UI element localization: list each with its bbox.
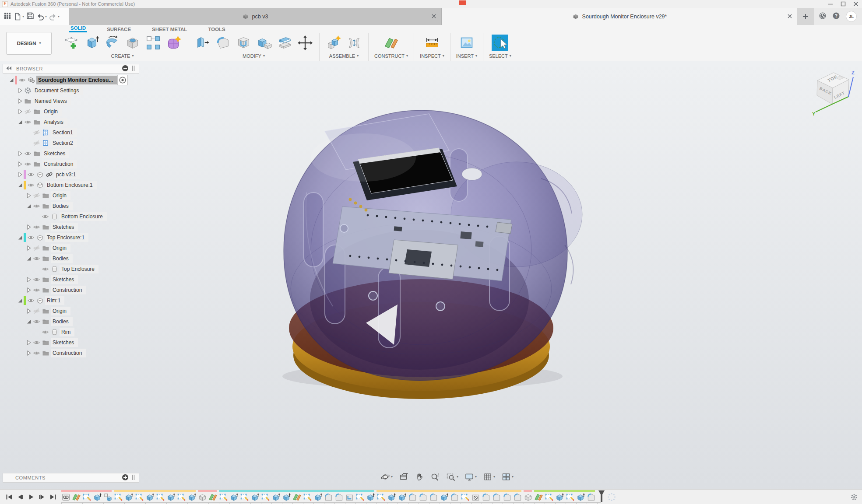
step-forward-button[interactable] — [38, 493, 46, 501]
expander-closed-icon[interactable] — [25, 349, 32, 357]
timeline-item-plane[interactable] — [534, 493, 545, 502]
browser-row-label[interactable]: Section1 — [51, 128, 77, 137]
visibility-eye-off-icon[interactable] — [32, 129, 41, 136]
timeline-item-sketch[interactable] — [461, 493, 471, 502]
go-to-start-button[interactable] — [5, 493, 13, 501]
browser-row-label[interactable]: Construction — [51, 286, 86, 294]
expander-closed-icon[interactable] — [17, 160, 24, 168]
visibility-eye-icon[interactable] — [32, 255, 41, 262]
grid-snaps-icon[interactable]: ▾ — [482, 472, 496, 482]
pan-icon[interactable] — [413, 472, 426, 482]
browser-row-label[interactable]: Origin — [51, 307, 70, 315]
joint-tool-icon[interactable] — [346, 35, 362, 51]
ribbon-group-label[interactable]: INSERT▾ — [456, 53, 477, 59]
expander-closed-icon[interactable] — [17, 87, 24, 94]
extrude-tool-icon[interactable] — [83, 35, 100, 51]
timeline-item-box[interactable] — [198, 493, 208, 502]
insert-image-tool-icon[interactable] — [458, 35, 475, 51]
visibility-eye-icon[interactable] — [41, 265, 50, 273]
press-pull-tool-icon[interactable] — [194, 35, 211, 51]
browser-row-label[interactable]: Sketches — [51, 338, 78, 347]
expander-closed-icon[interactable] — [25, 223, 32, 231]
expander-closed-icon[interactable] — [17, 108, 24, 116]
document-tab-active[interactable]: Sourdough Monitor Enclosure v29* — [442, 8, 797, 25]
measure-tool-icon[interactable] — [424, 35, 440, 51]
timeline-item-hole[interactable] — [471, 493, 482, 502]
browser-row-label[interactable]: Bodies — [51, 202, 73, 210]
browser-row-label[interactable]: Analysis — [42, 118, 67, 126]
timeline-item-fillet[interactable] — [482, 493, 492, 502]
browser-row-label[interactable]: pcb v3:1 — [54, 170, 80, 179]
browser-row[interactable]: Construction — [3, 285, 139, 295]
timeline-item-sketch[interactable] — [545, 493, 555, 502]
expander-closed-icon[interactable] — [17, 150, 24, 158]
ribbon-group-label[interactable]: SELECT▾ — [489, 53, 511, 59]
user-avatar[interactable]: JL — [846, 11, 857, 22]
visibility-eye-icon[interactable] — [27, 234, 35, 242]
look-at-icon[interactable] — [398, 472, 410, 482]
timeline-item-extrude[interactable] — [313, 493, 324, 502]
step-back-button[interactable] — [16, 493, 24, 501]
timeline-item-extrude[interactable] — [271, 493, 282, 502]
collapse-panel-icon[interactable] — [5, 64, 13, 73]
timeline-item-fillet[interactable] — [419, 493, 429, 502]
timeline-item-extrude[interactable] — [282, 493, 292, 502]
expander-open-icon[interactable] — [17, 234, 24, 242]
activate-component-radio[interactable] — [117, 75, 128, 85]
display-settings-icon[interactable]: ▾ — [463, 472, 478, 482]
display-filter-icon[interactable] — [121, 64, 129, 73]
file-menu-button[interactable]: ▾ — [14, 13, 24, 21]
timeline-item-extrude[interactable] — [166, 493, 177, 502]
browser-row[interactable]: pcb v3:1 — [3, 169, 139, 180]
browser-row[interactable]: Analysis — [3, 117, 139, 127]
visibility-eye-icon[interactable] — [24, 160, 32, 168]
browser-row[interactable]: Top Enclosure — [3, 264, 139, 274]
visibility-eye-icon[interactable] — [32, 318, 41, 326]
browser-row-label[interactable]: Rim:1 — [45, 296, 64, 305]
create-sketch-tool-icon[interactable] — [63, 35, 79, 51]
add-comment-icon[interactable] — [121, 473, 129, 482]
timeline-item-extrude[interactable] — [250, 493, 261, 502]
visibility-eye-icon[interactable] — [32, 202, 41, 210]
browser-row[interactable]: Top Enclosure:1 — [3, 232, 139, 243]
ribbon-group-label[interactable]: CREATE▾ — [111, 53, 134, 59]
browser-row[interactable]: Sketches — [3, 274, 139, 285]
browser-row-label[interactable]: Sketches — [51, 275, 78, 284]
browser-row-label[interactable]: Bottom Enclosure:1 — [45, 181, 97, 189]
plane-tool-icon[interactable] — [383, 35, 400, 51]
browser-row-label[interactable]: Sourdough Monitor Enclosu... — [36, 76, 117, 84]
browser-row-label[interactable]: Bodies — [51, 254, 73, 263]
timeline-item-fillet[interactable] — [334, 493, 345, 502]
browser-row[interactable]: Bodies — [3, 201, 139, 211]
browser-row[interactable]: Rim — [3, 327, 139, 337]
new-component-tool-icon[interactable] — [325, 35, 342, 51]
combine-tool-icon[interactable] — [256, 35, 272, 51]
visibility-eye-off-icon[interactable] — [24, 108, 32, 116]
viewports-icon[interactable]: ▾ — [500, 472, 515, 482]
close-window-button[interactable] — [849, 0, 862, 8]
ribbon-tab-tools[interactable]: TOOLS — [207, 27, 226, 32]
fit-icon[interactable]: ▾ — [445, 472, 460, 482]
expander-closed-icon[interactable] — [25, 286, 32, 294]
timeline-item-sketch[interactable] — [156, 493, 166, 502]
browser-row[interactable]: Construction — [3, 159, 139, 169]
timeline-item-sketch[interactable] — [177, 493, 187, 502]
timeline-item-extrude[interactable] — [398, 493, 408, 502]
visibility-eye-icon[interactable] — [32, 276, 41, 284]
visibility-eye-icon[interactable] — [32, 286, 41, 294]
browser-row[interactable]: Sketches — [3, 148, 139, 159]
visibility-eye-icon[interactable] — [27, 297, 35, 304]
expander-open-icon[interactable] — [25, 255, 32, 262]
ribbon-tab-solid[interactable]: SOLID — [69, 25, 87, 32]
timeline-item-fillet[interactable] — [408, 493, 419, 502]
play-button[interactable] — [27, 493, 35, 501]
new-document-button[interactable] — [797, 8, 814, 25]
split-tool-icon[interactable] — [276, 35, 293, 51]
timeline-item-sketch[interactable] — [219, 493, 229, 502]
timeline-item-component[interactable] — [103, 493, 114, 502]
close-tab-icon[interactable] — [786, 13, 793, 20]
expander-closed-icon[interactable] — [25, 307, 32, 315]
hole-tool-icon[interactable] — [124, 35, 141, 51]
timeline-item-fillet[interactable] — [587, 493, 597, 502]
timeline-item-sketch[interactable] — [114, 493, 124, 502]
